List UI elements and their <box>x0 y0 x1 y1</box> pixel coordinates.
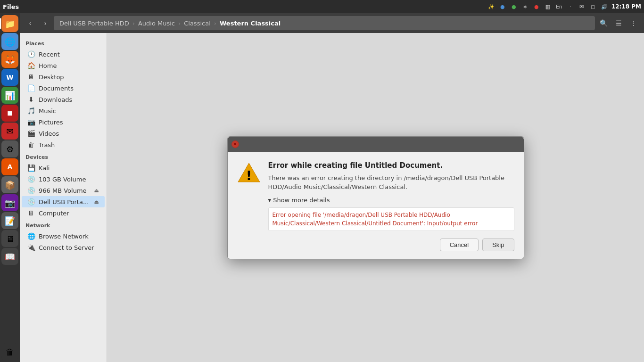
unity-icon-settings[interactable]: ⚙ <box>1 140 18 157</box>
network-header: Network <box>20 219 107 230</box>
forward-button[interactable]: › <box>39 16 52 30</box>
skip-button[interactable]: Skip <box>482 239 514 251</box>
tray-redclock-icon[interactable]: ● <box>532 2 541 11</box>
dell-usb-icon: 💿 <box>27 198 35 206</box>
documents-icon: 📄 <box>27 84 35 92</box>
taskbar-left: Files <box>3 3 19 10</box>
unity-icon-calc[interactable]: 📊 <box>1 87 18 104</box>
places-header: Places <box>20 37 107 49</box>
sidebar-item-dell-usb[interactable]: 💿 Dell USB Porta... ⏏ <box>22 196 105 207</box>
warning-icon: ! <box>237 161 261 185</box>
sidebar-item-pictures-label: Pictures <box>39 119 63 126</box>
search-button[interactable]: 🔍 <box>597 16 610 30</box>
sidebar-item-trash-label: Trash <box>39 141 55 148</box>
cancel-button[interactable]: Cancel <box>440 239 479 251</box>
grid-button[interactable]: ⋮ <box>627 16 640 30</box>
unity-icon-remote[interactable]: 🖥 <box>1 230 18 247</box>
content-area: Places 🕐 Recent 🏠 Home 🖥 Desktop 📄 Docum… <box>20 33 644 362</box>
tray-mail-icon[interactable]: ✉ <box>578 2 586 11</box>
breadcrumb-sep-2: › <box>178 20 181 27</box>
sidebar-item-connect-server[interactable]: 🔌 Connect to Server <box>22 242 105 253</box>
sidebar: Places 🕐 Recent 🏠 Home 🖥 Desktop 📄 Docum… <box>20 33 107 362</box>
tray-chrome-icon[interactable]: ● <box>498 2 507 11</box>
tray-bluetooth2-icon[interactable]: ⋅ <box>566 2 575 11</box>
breadcrumb-item-audio[interactable]: Audio Music <box>136 19 177 28</box>
tray-green-icon[interactable]: ● <box>510 2 518 11</box>
unity-icon-synaptic[interactable]: 📦 <box>1 176 18 193</box>
files-window: ‹ › Dell USB Portable HDD › Audio Music … <box>20 13 644 362</box>
warning-triangle-svg: ! <box>237 161 261 185</box>
sidebar-item-103gb[interactable]: 💿 103 GB Volume <box>22 173 105 185</box>
sidebar-item-browse-network[interactable]: 🌐 Browse Network <box>22 230 105 242</box>
tray-copy-icon[interactable]: ◻ <box>589 2 597 11</box>
dialog-message: There was an error creating the director… <box>268 173 514 192</box>
eject-dell-icon[interactable]: ⏏ <box>94 199 99 205</box>
sidebar-item-computer-label: Computer <box>39 210 69 217</box>
breadcrumb-item-classical[interactable]: Classical <box>182 19 213 28</box>
sidebar-item-computer[interactable]: 🖥 Computer <box>22 207 105 219</box>
tray-bluetooth-icon[interactable]: ∗ <box>521 2 529 11</box>
sidebar-item-966mb[interactable]: 💿 966 MB Volume ⏏ <box>22 185 105 196</box>
sidebar-item-dell-usb-label: Dell USB Porta... <box>39 198 89 206</box>
sidebar-item-recent[interactable]: 🕐 Recent <box>22 49 105 60</box>
error-dialog: ✕ ! <box>227 136 524 259</box>
sidebar-item-documents[interactable]: 📄 Documents <box>22 82 105 94</box>
details-toggle-label: ▾ Show more details <box>268 197 330 204</box>
videos-icon: 🎬 <box>27 130 35 137</box>
tray-lang-icon[interactable]: En <box>555 2 563 11</box>
sidebar-item-downloads-label: Downloads <box>39 96 72 103</box>
sidebar-item-966mb-label: 966 MB Volume <box>39 187 87 194</box>
music-icon: 🎵 <box>27 107 35 115</box>
svg-text:!: ! <box>246 169 252 183</box>
sidebar-item-browse-network-label: Browse Network <box>39 233 89 240</box>
tray-dropbox-icon[interactable]: ✨ <box>487 2 495 11</box>
unity-icon-files[interactable]: 📁 <box>1 15 18 32</box>
sidebar-item-103gb-label: 103 GB Volume <box>39 176 86 183</box>
sidebar-item-recent-label: Recent <box>39 51 60 58</box>
eject-966mb-icon[interactable]: ⏏ <box>94 188 99 194</box>
sidebar-item-home-label: Home <box>39 62 57 69</box>
sidebar-item-desktop[interactable]: 🖥 Desktop <box>22 71 105 82</box>
unity-icon-photo[interactable]: 📷 <box>1 194 18 211</box>
sidebar-item-kali[interactable]: 💾 Kali <box>22 162 105 173</box>
unity-icon-notes[interactable]: 📝 <box>1 212 18 229</box>
dialog-close-button[interactable]: ✕ <box>231 140 239 148</box>
sidebar-item-kali-label: Kali <box>39 165 50 172</box>
downloads-icon: ⬇ <box>27 96 35 103</box>
tray-signal-icon[interactable]: ▦ <box>544 2 552 11</box>
unity-icon-firefox[interactable]: 🦊 <box>1 51 18 68</box>
dialog-title: Error while creating file Untitled Docum… <box>268 161 514 170</box>
recent-icon: 🕐 <box>27 50 35 58</box>
details-toggle[interactable]: ▾ Show more details <box>268 197 514 204</box>
menu-button[interactable]: ☰ <box>612 16 625 30</box>
sidebar-item-music[interactable]: 🎵 Music <box>22 105 105 116</box>
breadcrumb-item-western[interactable]: Western Classical <box>218 19 282 28</box>
sidebar-item-home[interactable]: 🏠 Home <box>22 60 105 71</box>
dialog-body: ! Error while creating file Untitled Doc… <box>228 152 524 259</box>
taskbar-title: Files <box>3 3 19 10</box>
sidebar-item-pictures[interactable]: 📷 Pictures <box>22 116 105 128</box>
taskbar-time: 12:18 PM <box>611 3 641 10</box>
unity-icon-software[interactable]: A <box>1 158 18 175</box>
back-button[interactable]: ‹ <box>24 16 37 30</box>
sidebar-item-music-label: Music <box>39 107 56 115</box>
unity-icon-browser[interactable]: 🌐 <box>1 33 18 50</box>
desktop-icon: 🖥 <box>27 73 35 81</box>
dialog-overlay: ✕ ! <box>107 33 644 362</box>
breadcrumb-item-hdd[interactable]: Dell USB Portable HDD <box>58 19 131 28</box>
sidebar-item-videos-label: Videos <box>39 130 59 137</box>
sidebar-item-trash[interactable]: 🗑 Trash <box>22 139 105 150</box>
sidebar-item-videos[interactable]: 🎬 Videos <box>22 128 105 139</box>
unity-icon-mail[interactable]: ✉ <box>1 123 18 140</box>
unity-icon-impress[interactable]: ■ <box>1 105 18 122</box>
unity-icon-trash[interactable]: 🗑 <box>1 343 18 360</box>
breadcrumb-sep-3: › <box>214 20 216 27</box>
breadcrumb: Dell USB Portable HDD › Audio Music › Cl… <box>54 16 595 30</box>
dialog-top: ! Error while creating file Untitled Doc… <box>237 161 514 231</box>
sidebar-item-downloads[interactable]: ⬇ Downloads <box>22 94 105 105</box>
unity-icon-word[interactable]: W <box>1 69 18 86</box>
toolbar: ‹ › Dell USB Portable HDD › Audio Music … <box>20 13 644 33</box>
sidebar-item-documents-label: Documents <box>39 85 74 92</box>
tray-volume-icon[interactable]: 🔊 <box>600 2 609 11</box>
unity-icon-reader[interactable]: 📖 <box>1 248 18 265</box>
